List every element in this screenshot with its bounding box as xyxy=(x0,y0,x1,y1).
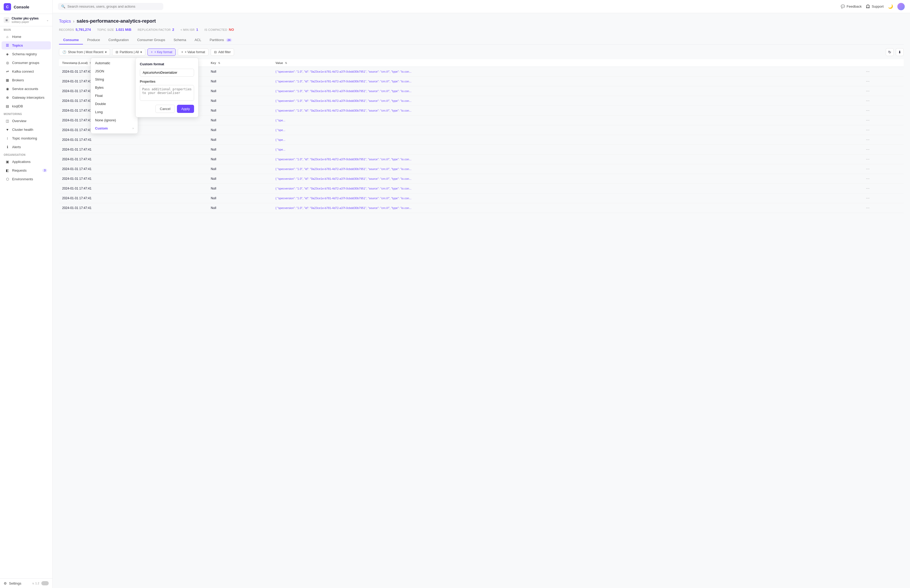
sidebar-item-applications[interactable]: ▣ Applications xyxy=(2,158,51,166)
cell-more[interactable]: ··· xyxy=(863,135,904,145)
user-avatar[interactable] xyxy=(897,3,905,10)
sidebar-item-consumer-groups[interactable]: ◎ Consumer groups xyxy=(2,59,51,67)
cell-value[interactable]: { "spe... xyxy=(272,116,863,125)
sidebar-item-brokers[interactable]: ▦ Brokers xyxy=(2,76,51,84)
cell-more[interactable]: ··· xyxy=(863,106,904,116)
value-format-button[interactable]: + + Value format xyxy=(178,48,209,56)
feedback-button[interactable]: 💬 Feedback xyxy=(841,5,862,8)
tab-produce[interactable]: Produce xyxy=(83,36,104,44)
sidebar-item-requests[interactable]: ◧ Requests 3 xyxy=(2,166,51,174)
download-button[interactable]: ⬇ xyxy=(896,48,904,56)
cell-more[interactable]: ··· xyxy=(863,67,904,77)
dropdown-item-long[interactable]: Long xyxy=(91,108,138,116)
cell-more[interactable]: ··· xyxy=(863,96,904,106)
cell-value[interactable]: { "specversion": "1.0", "id": "0a23ce1e-… xyxy=(272,203,863,213)
cell-value[interactable]: { "spe... xyxy=(272,125,863,135)
more-options-button[interactable]: ··· xyxy=(866,137,870,142)
custom-format-select[interactable]: ApicurioAvroDeserializer JSONSchema Avro… xyxy=(140,69,194,77)
sidebar-item-gateway-interceptors[interactable]: ⊕ Gateway interceptors xyxy=(2,94,51,102)
theme-toggle-icon[interactable]: 🌙 xyxy=(888,4,893,9)
cell-more[interactable]: ··· xyxy=(863,86,904,96)
cell-more[interactable]: ··· xyxy=(863,184,904,194)
more-options-button[interactable]: ··· xyxy=(866,157,870,162)
sidebar-item-alerts[interactable]: ℹ Alerts xyxy=(2,143,51,151)
cell-more[interactable]: ··· xyxy=(863,203,904,213)
more-options-button[interactable]: ··· xyxy=(866,205,870,210)
more-options-button[interactable]: ··· xyxy=(866,176,870,181)
cell-more[interactable]: ··· xyxy=(863,77,904,86)
support-button[interactable]: 🎧 Support xyxy=(866,5,884,8)
tab-acl[interactable]: ACL xyxy=(191,36,205,44)
search-input[interactable] xyxy=(68,5,160,8)
settings-nav-item[interactable]: ⚙ Settings xyxy=(4,582,30,585)
cell-value[interactable]: { "specversion": "1.0", "id": "0a23ce1e-… xyxy=(272,77,863,86)
breadcrumb-parent[interactable]: Topics xyxy=(59,19,71,24)
cell-more[interactable]: ··· xyxy=(863,125,904,135)
value-sort-icon[interactable]: ⇅ xyxy=(285,61,287,65)
sidebar-item-environments[interactable]: ⬡ Environments xyxy=(2,175,51,183)
cell-value[interactable]: { "specversion": "1.0", "id": "0a23ce1e-… xyxy=(272,106,863,116)
dropdown-item-bytes[interactable]: Bytes xyxy=(91,84,138,92)
dropdown-item-json[interactable]: JSON xyxy=(91,67,138,75)
sidebar-item-kafka-connect[interactable]: ⇌ Kafka connect xyxy=(2,67,51,76)
more-options-button[interactable]: ··· xyxy=(866,89,870,93)
sidebar-item-service-accounts[interactable]: ◉ Service accounts xyxy=(2,85,51,93)
dropdown-item-double[interactable]: Double xyxy=(91,100,138,108)
theme-toggle[interactable] xyxy=(41,581,49,585)
more-options-button[interactable]: ··· xyxy=(866,99,870,103)
dropdown-item-float[interactable]: Float xyxy=(91,92,138,100)
cell-more[interactable]: ··· xyxy=(863,194,904,203)
dropdown-item-custom[interactable]: Custom › xyxy=(91,124,138,132)
sidebar-item-schema-registry[interactable]: ◈ Schema registry xyxy=(2,50,51,58)
apply-button[interactable]: Apply xyxy=(177,105,194,113)
cell-value[interactable]: { "specversion": "1.0", "id": "0a23ce1e-… xyxy=(272,155,863,164)
cell-more[interactable]: ··· xyxy=(863,155,904,164)
sidebar-item-home[interactable]: ⌂ Home xyxy=(2,32,51,41)
cell-more[interactable]: ··· xyxy=(863,116,904,125)
tab-schema[interactable]: Schema xyxy=(169,36,191,44)
tab-partitions[interactable]: Partitions 24 xyxy=(205,36,236,44)
show-from-button[interactable]: 🕐 Show from | Most Recent ▾ xyxy=(59,48,110,56)
add-filter-button[interactable]: ⊟ Add filter xyxy=(211,48,234,56)
partitions-button[interactable]: ⊟ Partitions | All ▾ xyxy=(112,48,145,56)
more-options-button[interactable]: ··· xyxy=(866,79,870,84)
cell-value[interactable]: { "specversion": "1.0", "id": "0a23ce1e-… xyxy=(272,86,863,96)
key-format-button[interactable]: + + Key format xyxy=(147,48,176,56)
tab-configuration[interactable]: Configuration xyxy=(104,36,133,44)
cell-more[interactable]: ··· xyxy=(863,145,904,155)
cancel-button[interactable]: Cancel xyxy=(155,105,175,113)
sidebar-item-topics[interactable]: ☰ Topics xyxy=(2,41,51,50)
cell-value[interactable]: { "specversion": "1.0", "id": "0a23ce1e-… xyxy=(272,194,863,203)
cell-value[interactable]: { "specversion": "1.0", "id": "0a23ce1e-… xyxy=(272,67,863,77)
cell-value[interactable]: { "specversion": "1.0", "id": "0a23ce1e-… xyxy=(272,96,863,106)
cell-value[interactable]: { "specversion": "1.0", "id": "0a23ce1e-… xyxy=(272,174,863,184)
cluster-selector[interactable]: ⊞ Cluster pkc-yytws solitary-paper ⌄ xyxy=(0,14,52,26)
sidebar-item-overview[interactable]: ◫ Overview xyxy=(2,117,51,125)
more-options-button[interactable]: ··· xyxy=(866,108,870,113)
tab-consume[interactable]: Consume xyxy=(59,36,83,44)
dropdown-item-string[interactable]: String xyxy=(91,75,138,84)
dropdown-item-none[interactable]: None (ignore) xyxy=(91,116,138,124)
cell-value[interactable]: { "spe... xyxy=(272,145,863,155)
more-options-button[interactable]: ··· xyxy=(866,186,870,191)
tab-consumer-groups[interactable]: Consumer Groups xyxy=(133,36,169,44)
search-bar[interactable]: 🔍 xyxy=(58,3,163,10)
more-options-button[interactable]: ··· xyxy=(866,166,870,171)
cell-value[interactable]: { "spe... xyxy=(272,135,863,145)
cell-more[interactable]: ··· xyxy=(863,174,904,184)
cell-value[interactable]: { "specversion": "1.0", "id": "0a23ce1e-… xyxy=(272,164,863,174)
dropdown-item-automatic[interactable]: Automatic xyxy=(91,59,138,67)
sidebar-item-ksqldb[interactable]: ▤ ksqlDB xyxy=(2,102,51,110)
cell-more[interactable]: ··· xyxy=(863,164,904,174)
more-options-button[interactable]: ··· xyxy=(866,69,870,74)
more-options-button[interactable]: ··· xyxy=(866,128,870,132)
refresh-button[interactable]: ↻ xyxy=(886,48,894,56)
sidebar-item-cluster-health[interactable]: ♥ Cluster health xyxy=(2,126,51,134)
sidebar-item-topic-monitoring[interactable]: ⫶ Topic monitoring xyxy=(2,134,51,142)
more-options-button[interactable]: ··· xyxy=(866,118,870,123)
cell-value[interactable]: { "specversion": "1.0", "id": "0a23ce1e-… xyxy=(272,184,863,194)
key-sort-icon[interactable]: ⇅ xyxy=(218,61,220,65)
properties-textarea[interactable] xyxy=(140,85,194,101)
more-options-button[interactable]: ··· xyxy=(866,147,870,152)
more-options-button[interactable]: ··· xyxy=(866,196,870,200)
